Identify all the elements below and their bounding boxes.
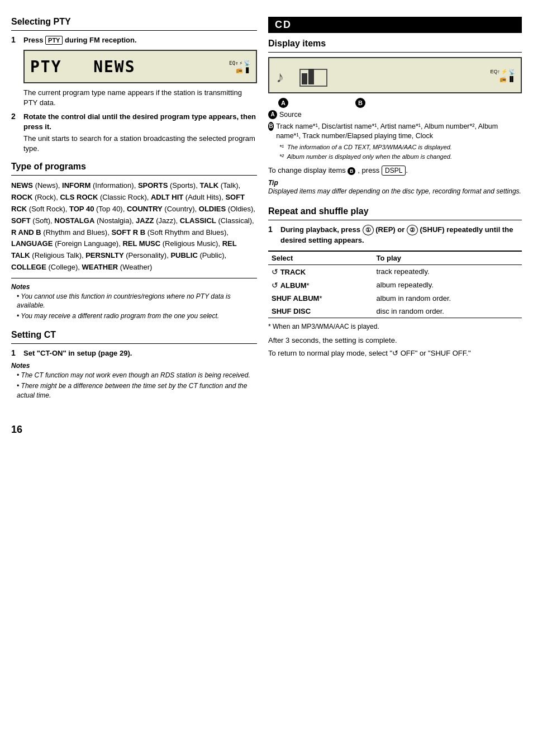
select-track: ↺ TRACK [268,264,373,278]
repeat-step-1-content: During playback, press ① (REP) or ② (SHU… [280,225,522,246]
ct-note-2: There might be a difference between the … [11,381,257,400]
repeat-step-1-number: 1 [268,225,277,246]
svg-text:♪: ♪ [276,68,284,86]
repeat-shuffle-title: Repeat and shuffle play [268,206,522,216]
step-1-content: Press PTY during FM reception. PTY NEWS … [23,35,257,108]
step-2-subtext: The unit starts to search for a station … [23,134,257,154]
ct-step-1: 1 Set "CT-ON" in setup (page 29). [11,348,257,358]
select-shuf-disc: SHUF DISC [268,305,373,318]
setting-ct-section: Setting CT 1 Set "CT-ON" in setup (page … [11,330,257,400]
cd-antenna-icon: 📡 [508,69,515,75]
display-icons: EQ↑ ⚡ 📡 📻 ▐▌ [229,60,250,73]
select-shuf-album: SHUF ALBUM* [268,292,373,305]
shuf-button[interactable]: ② [407,225,418,235]
note-item-2: You may receive a different radio progra… [11,311,257,321]
repeat-shuffle-section: Repeat and shuffle play 1 During playbac… [268,206,522,357]
ct-step-1-text: Set "CT-ON" in setup (page 29). [23,348,257,358]
type-of-programs-section: Type of programs NEWS (News), INFORM (In… [11,162,257,273]
ct-step-1-number: 1 [11,348,20,358]
cd-display-icons: EQ↑ ⚡ 📡 📻 ▐▌ [490,69,515,82]
display-icons-top: EQ↑ ⚡ 📡 [229,60,250,66]
label-b: B [268,122,274,131]
pty-display-box: PTY NEWS EQ↑ ⚡ 📡 📻 ▐▌ [23,50,257,83]
page-number-container: 16 [11,401,257,436]
cd-bars-icon: ▐▌ [508,76,515,82]
footnote-2: *² Album number is displayed only when t… [279,153,522,161]
ab-labels-row: A B [268,98,522,108]
step-2-content: Rotate the control dial until the desire… [23,112,257,154]
step-1: 1 Press PTY during FM reception. PTY NEW… [11,35,257,108]
table-row: ↺ ALBUM* album repeatedly. [268,278,522,292]
step-1-text: Press PTY during FM reception. [23,35,257,45]
select-album: ↺ ALBUM* [268,278,373,292]
ct-step-1-content: Set "CT-ON" in setup (page 29). [23,348,257,358]
display-items-title: Display items [268,39,522,49]
b-inline-circle: B [348,167,355,175]
label-a-row: A Source [268,110,522,120]
play-shuf-album: album in random order. [373,292,522,305]
dspl-text: To change display items B, press DSPL. [268,166,522,176]
type-of-programs-title: Type of programs [11,162,257,172]
pty-display-text: PTY NEWS [30,58,136,76]
play-album: album repeatedly. [373,278,522,292]
notes-label-1: Notes [11,283,257,291]
bar-2 [308,69,314,84]
notes-label-ct: Notes [11,362,257,370]
radio-icon: 📻 [236,67,242,73]
track-display-bars [299,69,327,87]
type-programs-content: NEWS (News), INFORM (Information), SPORT… [11,180,257,273]
label-b-text: Track name*¹, Disc/artist name*¹, Artist… [276,122,522,141]
table-body: ↺ TRACK track repeatedly. ↺ ALBUM* album… [268,264,522,318]
rep-button[interactable]: ① [363,225,374,235]
cd-eq-icon: EQ↑ [490,69,500,74]
page-number: 16 [11,424,257,436]
return-text: To return to normal play mode, select "↺… [268,349,522,357]
repeat-step-1: 1 During playback, press ① (REP) or ② (S… [268,225,522,246]
selecting-pty-title: Selecting PTY [11,17,257,27]
repeat-table: Select To play ↺ TRACK track repeatedly.… [268,251,522,318]
eq-icon: EQ↑ [229,60,238,66]
display-items-section: Display items ♪ [268,39,522,196]
antenna-icon: 📡 [244,60,250,66]
step-1-number: 1 [11,35,20,108]
repeat-step-1-text: During playback, press ① (REP) or ② (SHU… [280,225,522,246]
label-b-circle: B [355,98,365,108]
left-column: Selecting PTY 1 Press PTY during FM rece… [11,17,257,739]
label-a: A [268,110,277,119]
step-2: 2 Rotate the control dial until the desi… [11,112,257,154]
col-select: Select [268,251,373,265]
bar-1 [302,73,307,84]
dspl-button[interactable]: DSPL [382,166,406,176]
asterisk-note: * When an MP3/WMA/AAC is played. [268,323,522,330]
label-b-row: B Track name*¹, Disc/artist name*¹, Arti… [268,122,522,141]
cd-display-container: ♪ EQ↑ ⚡ 📡 [268,57,522,108]
cd-header: CD [268,17,522,33]
table-row: SHUF ALBUM* album in random order. [268,292,522,305]
bars-icon: ▐▌ [244,68,250,73]
music-note-icon: ♪ [275,64,297,87]
note-item-1: You cannot use this function in countrie… [11,292,257,311]
tip-label: Tip [268,179,522,187]
cd-signal-icon: ⚡ [501,69,507,74]
selecting-pty-section: Selecting PTY 1 Press PTY during FM rece… [11,17,257,154]
table-header: Select To play [268,251,522,265]
table-row: ↺ TRACK track repeatedly. [268,264,522,278]
after-text: After 3 seconds, the setting is complete… [268,336,522,344]
cd-display-box: ♪ EQ↑ ⚡ 📡 [268,57,522,93]
page: Selecting PTY 1 Press PTY during FM rece… [0,0,533,756]
display-icons-bottom: 📻 ▐▌ [236,67,250,73]
table-row: SHUF DISC disc in random order. [268,305,522,318]
setting-ct-title: Setting CT [11,330,257,340]
cd-radio-icon: 📻 [499,76,506,82]
step-2-number: 2 [11,112,20,154]
label-a-text: Source [279,110,302,120]
tip-section: Tip Displayed items may differ depending… [268,179,522,196]
ct-note-1: The CT function may not work even though… [11,371,257,380]
tip-text: Displayed items may differ depending on … [268,187,522,196]
cd-display-icons-top: EQ↑ ⚡ 📡 [490,69,515,75]
step-1-subtext: The current program type name appears if… [23,88,257,108]
cd-display-left: ♪ [275,64,327,87]
label-a-circle: A [278,98,288,108]
step-2-text: Rotate the control dial until the desire… [23,112,257,132]
type-programs-notes: Notes You cannot use this function in co… [11,278,257,321]
